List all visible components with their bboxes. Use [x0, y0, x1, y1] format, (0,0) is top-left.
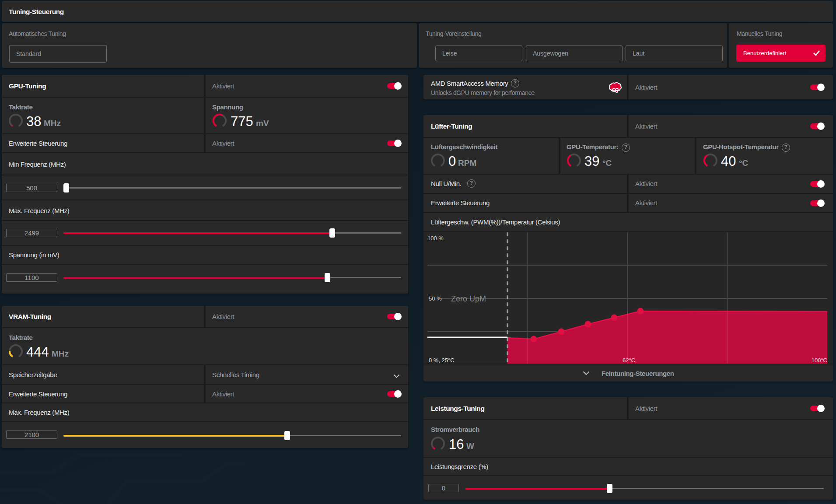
svg-text:100°C: 100°C: [812, 357, 827, 364]
svg-text:50 %: 50 %: [429, 295, 442, 302]
svg-text:100 %: 100 %: [427, 235, 444, 242]
svg-text:0 %, 25°C: 0 %, 25°C: [429, 357, 455, 364]
svg-text:62°C: 62°C: [623, 357, 635, 364]
svg-text:Zero UpM: Zero UpM: [451, 294, 486, 303]
